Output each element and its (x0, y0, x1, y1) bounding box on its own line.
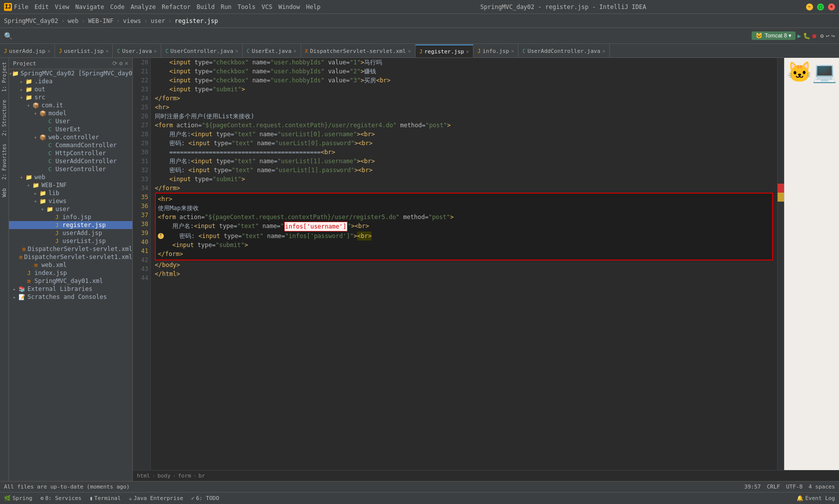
menu-refactor[interactable]: Refactor (162, 3, 191, 10)
code-content[interactable]: 20 21 22 23 24 25 26 27 28 29 30 31 32 3… (133, 58, 839, 470)
tab-close-uac[interactable]: × (602, 48, 605, 54)
tab-userlist[interactable]: J userList.jsp × (55, 44, 113, 57)
toolbar-right[interactable]: 🐱 Tomcat 8 ▾ ▶ 🐛 ■ ⚙ ↩ ↪ (752, 31, 835, 40)
tree-item-root[interactable]: ▾ 📁 SpringMVC_day02 [SpringMVC_day01] (9, 69, 132, 77)
menu-view[interactable]: View (55, 3, 69, 10)
tree-item-model[interactable]: ▾ 📦 model (9, 109, 132, 117)
tree-item-useradd-jsp[interactable]: J userAdd.jsp (9, 229, 132, 237)
tree-arrow-model[interactable]: ▾ (32, 111, 39, 116)
side-tab-project[interactable]: 1: Project (0, 58, 8, 96)
menu-tools[interactable]: Tools (238, 3, 256, 10)
breadcrumb-body[interactable]: body (157, 473, 171, 479)
tree-item-user-class[interactable]: C User (9, 117, 132, 125)
menu-help[interactable]: Help (306, 3, 321, 10)
tab-info[interactable]: J info.jsp × (473, 44, 518, 57)
tree-item-index-jsp[interactable]: J index.jsp (9, 269, 132, 277)
tab-close-user[interactable]: × (154, 48, 157, 54)
tab-close-ue[interactable]: × (294, 48, 297, 54)
toolbar-stop-icon[interactable]: ■ (813, 32, 816, 39)
tree-item-register-jsp[interactable]: J register.jsp (9, 221, 132, 229)
tree-item-views[interactable]: ▾ 📁 views (9, 197, 132, 205)
tree-item-userctrl[interactable]: C UserController (9, 165, 132, 173)
menu-analyze[interactable]: Analyze (130, 3, 156, 10)
tree-arrow-webcontroller[interactable]: ▾ (32, 135, 39, 140)
tab-close-useradd[interactable]: × (47, 48, 50, 54)
menu-file[interactable]: File (14, 3, 28, 10)
tree-item-userlist-jsp[interactable]: J userList.jsp (9, 237, 132, 245)
tab-close-uc[interactable]: × (235, 48, 238, 54)
tree-arrow-ext-libs[interactable]: ▸ (11, 286, 18, 292)
nav-webinf[interactable]: WEB-INF (88, 17, 114, 24)
tree-item-commandctrl[interactable]: C CommandController (9, 141, 132, 149)
tree-item-disp1-xml[interactable]: ⊞ DispatcherServlet-servlet1.xml (9, 253, 132, 261)
menu-bar[interactable]: File Edit View Navigate Code Analyze Ref… (14, 3, 321, 10)
tree-item-disp-xml[interactable]: ⊞ DispatcherServlet-servlet.xml (9, 245, 132, 253)
nav-web[interactable]: web (68, 17, 79, 24)
side-tab-favorites[interactable]: 2: Favorites (0, 140, 8, 184)
bottom-java-enterprise[interactable]: ☕ Java Enterprise (129, 495, 183, 502)
close-button[interactable]: × (828, 3, 835, 10)
tab-close-disp[interactable]: × (408, 48, 411, 54)
side-tab-web[interactable]: Web (0, 184, 8, 201)
status-encoding[interactable]: CRLF (767, 484, 780, 490)
menu-window[interactable]: Window (278, 3, 300, 10)
side-tab-structure[interactable]: 2: Structure (0, 96, 8, 140)
tab-useradd-ctrl[interactable]: C UserAddController.java × (518, 44, 610, 57)
tree-item-src[interactable]: ▾ 📁 src (9, 93, 132, 101)
breadcrumb-html[interactable]: html (137, 473, 150, 479)
toolbar-icon-search[interactable]: 🔍 (4, 32, 12, 40)
menu-build[interactable]: Build (197, 3, 215, 10)
status-position[interactable]: 39:57 (744, 484, 761, 490)
tree-arrow-lib[interactable]: ▸ (32, 191, 39, 196)
tab-dispatcher[interactable]: X DispatcherServlet-servlet.xml × (301, 44, 416, 57)
bottom-event-log[interactable]: 🔔 Event Log (797, 495, 835, 502)
tree-arrow-web[interactable]: ▾ (18, 175, 25, 180)
maximize-button[interactable]: □ (817, 3, 824, 10)
tab-close-info[interactable]: × (511, 48, 514, 54)
tree-arrow-user-folder[interactable]: ▾ (39, 207, 46, 212)
code-editor[interactable]: <input type="checkbox" name="user.hobbyI… (151, 58, 777, 470)
menu-vcs[interactable]: VCS (262, 3, 273, 10)
toolbar-more-icon[interactable]: ⚙ (820, 32, 824, 39)
tree-arrow-out[interactable]: ▸ (18, 87, 25, 92)
tree-arrow-idea[interactable]: ▸ (18, 79, 25, 84)
tree-item-lib[interactable]: ▸ 📁 lib (9, 189, 132, 197)
tab-userext[interactable]: C UserExt.java × (243, 44, 301, 57)
gutter-warning-39[interactable] (778, 193, 784, 202)
gutter-error-38[interactable] (778, 184, 784, 193)
bottom-spring[interactable]: 🌿 Spring (4, 495, 32, 502)
tab-usercontroller[interactable]: C UserController.java × (161, 44, 243, 57)
tree-item-comit[interactable]: ▾ 📦 com.it (9, 101, 132, 109)
tree-item-web[interactable]: ▾ 📁 web (9, 173, 132, 181)
menu-code[interactable]: Code (110, 3, 125, 10)
nav-file[interactable]: register.jsp (175, 17, 218, 24)
nav-user[interactable]: user (151, 17, 165, 24)
tree-item-userext-class[interactable]: C UserExt (9, 125, 132, 133)
tree-item-out[interactable]: ▸ 📁 out (9, 85, 132, 93)
tree-item-scratches[interactable]: ▸ 📝 Scratches and Consoles (9, 293, 132, 301)
status-charset[interactable]: UTF-8 (786, 484, 803, 490)
tree-item-spring-xml[interactable]: ⊞ SpringMVC_day01.xml (9, 277, 132, 285)
status-indent[interactable]: 4 spaces (809, 484, 835, 490)
bottom-services[interactable]: ⚙ 8: Services (40, 495, 81, 502)
menu-edit[interactable]: Edit (34, 3, 49, 10)
window-controls[interactable]: − □ × (806, 3, 835, 10)
tree-item-webinf[interactable]: ▾ 📁 WEB-INF (9, 181, 132, 189)
nav-project[interactable]: SpringMVC_day02 (4, 17, 58, 24)
tab-useradd[interactable]: J userAdd.jsp × (0, 44, 55, 57)
tree-item-web-xml[interactable]: ⊞ web.xml (9, 261, 132, 269)
toolbar-undo-icon[interactable]: ↩ (826, 32, 830, 39)
minimize-button[interactable]: − (806, 3, 813, 10)
breadcrumb-form[interactable]: form (178, 473, 191, 479)
tree-item-info-jsp[interactable]: J info.jsp (9, 213, 132, 221)
tab-close-userlist[interactable]: × (105, 48, 108, 54)
tree-item-ext-libs[interactable]: ▸ 📚 External Libraries (9, 285, 132, 293)
tree-arrow-comit[interactable]: ▾ (25, 103, 32, 108)
tabs-bar[interactable]: J userAdd.jsp × J userList.jsp × C User.… (0, 44, 839, 58)
bottom-todo[interactable]: ✓ 6: TODO (191, 495, 219, 502)
sidebar-icon-gear[interactable]: ⚙ (119, 60, 123, 67)
tree-item-httpctrl[interactable]: C HttpController (9, 149, 132, 157)
tree-arrow-views[interactable]: ▾ (32, 199, 39, 204)
tree-item-useraddctrl[interactable]: C UserAddController (9, 157, 132, 165)
tab-user[interactable]: C User.java × (113, 44, 161, 57)
